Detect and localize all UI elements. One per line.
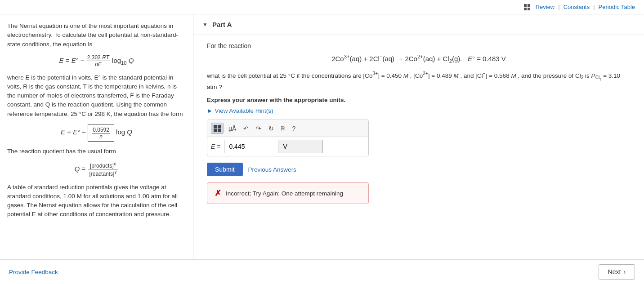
periodic-table-link[interactable]: Periodic Table (599, 4, 635, 10)
formula-Q: Q = [products]x [reactants]y (7, 161, 186, 178)
units-button[interactable]: μÅ (226, 124, 238, 133)
for-reaction-label: For the reaction (207, 42, 631, 49)
prev-answers-link[interactable]: Previous Answers (248, 166, 296, 173)
express-label: Express your answer with the appropriate… (207, 97, 631, 103)
submit-button[interactable]: Submit (207, 163, 243, 176)
answer-eq-label: E = (211, 143, 220, 150)
top-bar: Review | Constants | Periodic Table (0, 0, 644, 14)
answer-toolbar: μÅ ↶ ↷ ↻ ⎘ ? (207, 120, 368, 137)
next-button[interactable]: Next › (599, 264, 635, 280)
footer-bar: Provide Feedback Next › (0, 259, 644, 284)
hint-link[interactable]: ► View Available Hint(s) (207, 107, 273, 114)
question-text: what is the cell potential at 25 °C if t… (207, 70, 631, 92)
next-label: Next (608, 268, 621, 275)
constants-link[interactable]: Constants (564, 4, 590, 10)
content-area: ▼ Part A For the reaction 2Co3+(aq) + 2C… (193, 14, 644, 259)
undo-icon: ↶ (243, 125, 249, 132)
redo-button[interactable]: ↷ (254, 124, 264, 133)
action-row: Submit Previous Answers (207, 163, 631, 176)
provide-feedback-link[interactable]: Provide Feedback (9, 269, 58, 275)
units-label: μÅ (228, 125, 236, 132)
math-mode-button[interactable] (211, 123, 224, 134)
main-layout: The Nernst equation is one of the most i… (0, 14, 644, 259)
question-body: For the reaction 2Co3+(aq) + 2Cl−(aq) → … (193, 35, 644, 211)
math-grid-icon (214, 125, 221, 132)
hint-text: View Available Hint(s) (215, 107, 273, 114)
answer-value-input[interactable] (224, 140, 278, 153)
sidebar-formula2-desc: The reaction quotient has the usual form (7, 147, 186, 156)
reaction-equation: 2Co3+(aq) + 2Cl−(aq) → 2Co2+(aq) + Cl2(g… (207, 54, 631, 64)
answer-unit-input[interactable] (278, 140, 323, 153)
answer-input-row: E = (207, 137, 368, 156)
formula-nernst-full: E = E° − 2.303 RT nF log10 Q (7, 54, 186, 68)
help-label: ? (292, 125, 295, 132)
feedback-text: Incorrect; Try Again; One attempt remain… (226, 190, 343, 197)
collapse-chevron[interactable]: ▼ (202, 22, 208, 28)
help-button[interactable]: ? (290, 124, 298, 133)
sidebar: The Nernst equation is one of the most i… (0, 14, 193, 259)
separator-2: | (593, 4, 595, 10)
keyboard-icon: ⎘ (281, 125, 285, 132)
reset-button[interactable]: ↻ (266, 124, 276, 133)
hint-arrow-icon: ► (207, 107, 213, 114)
review-link[interactable]: Review (536, 4, 555, 10)
grid-icon (524, 4, 530, 10)
sidebar-formula1-desc: where E is the potential in volts, E° is… (7, 73, 186, 119)
feedback-box: ✗ Incorrect; Try Again; One attempt rema… (207, 182, 369, 204)
keyboard-button[interactable]: ⎘ (279, 124, 287, 133)
part-header: ▼ Part A (193, 14, 644, 35)
reset-icon: ↻ (268, 125, 274, 132)
next-arrow-icon: › (623, 268, 626, 275)
redo-icon: ↷ (256, 125, 261, 132)
undo-button[interactable]: ↶ (241, 124, 251, 133)
formula-nernst-simplified: E = E° − 0.0592 n log Q (7, 124, 186, 142)
answer-box: μÅ ↶ ↷ ↻ ⎘ ? (207, 120, 369, 156)
sidebar-formula3-desc: A table of standard reduction potentials… (7, 183, 186, 219)
separator-1: | (558, 4, 559, 10)
sidebar-intro: The Nernst equation is one of the most i… (7, 22, 186, 49)
part-title: Part A (212, 21, 232, 28)
incorrect-icon: ✗ (215, 188, 221, 198)
